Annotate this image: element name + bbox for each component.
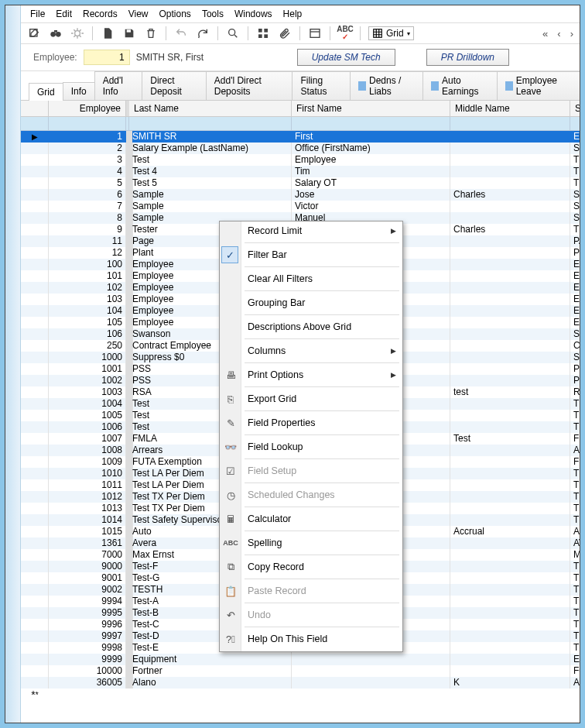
print-icon: 🖶 <box>224 368 238 382</box>
table-row[interactable]: 7SampleVictorSA <box>21 201 580 212</box>
ctx-record-limit[interactable]: Record Limit <box>220 221 402 240</box>
copy-icon: ⧉ <box>224 560 238 574</box>
svg-rect-11 <box>310 29 320 38</box>
app-window: File Edit Records View Options Tools Win… <box>5 5 580 723</box>
filter-row[interactable] <box>21 117 580 131</box>
tab-direct-deposit[interactable]: Direct Deposit <box>142 71 207 100</box>
nav-prev-icon[interactable]: ‹ <box>557 28 560 39</box>
menu-records[interactable]: Records <box>83 9 118 19</box>
undo-icon: ↶ <box>224 608 238 622</box>
update-sm-tech-button[interactable]: Update SM Tech <box>297 49 395 66</box>
ctx-field-lookup[interactable]: 👓Field Lookup <box>220 438 402 456</box>
trash-icon[interactable] <box>144 26 158 40</box>
col-employee[interactable]: Employee <box>49 101 126 116</box>
nav-first-icon[interactable]: « <box>542 28 548 39</box>
attach-icon[interactable] <box>278 26 292 40</box>
help-icon: ?⃝ <box>224 632 238 646</box>
table-row[interactable]: 10000FortnerFO <box>21 665 580 677</box>
tab-dedns-liabs[interactable]: Dedns / Liabs <box>350 71 423 100</box>
menu-view[interactable]: View <box>128 9 149 19</box>
properties-icon: ✎ <box>224 416 238 430</box>
table-row[interactable]: 6SampleJoseCharlesSA <box>21 189 580 201</box>
menu-options[interactable]: Options <box>159 9 191 19</box>
spellcheck-icon[interactable]: ABC✓ <box>338 26 352 40</box>
ctx-filter-bar[interactable]: ✓Filter Bar <box>220 246 402 264</box>
bug-icon[interactable] <box>70 26 84 40</box>
tab-addl-direct-deposits[interactable]: Add'l Direct Deposits <box>206 71 293 100</box>
edit-icon[interactable] <box>27 26 41 40</box>
clock-icon: ◷ <box>224 488 238 502</box>
ctx-clear-filters[interactable]: Clear All Filters <box>220 270 402 288</box>
ctx-copy-record[interactable]: ⧉Copy Record <box>220 558 402 576</box>
undo-icon[interactable] <box>174 26 188 40</box>
menu-edit[interactable]: Edit <box>56 9 72 19</box>
tab-employee-leave[interactable]: Employee Leave <box>497 71 580 100</box>
ctx-field-setup: ☑Field Setup <box>220 462 402 480</box>
table-row[interactable]: 36005AlanoKAL <box>21 677 580 689</box>
nav-next-icon[interactable]: › <box>570 28 573 39</box>
svg-rect-5 <box>127 29 131 32</box>
grid-mode-dropdown[interactable]: Grid ▾ <box>368 26 414 40</box>
table-row[interactable]: ▶1SMITH SRFirstEN <box>21 131 580 143</box>
col-suffix[interactable]: Suffix <box>570 101 580 116</box>
ctx-paste-record: 📋Paste Record <box>220 582 402 600</box>
ctx-print-options[interactable]: 🖶Print Options <box>220 366 402 384</box>
ctx-help[interactable]: ?⃝Help On This Field <box>220 630 402 648</box>
calculator-icon: 🖩 <box>224 512 238 526</box>
new-file-icon[interactable] <box>101 26 115 40</box>
sheet-icon <box>505 81 513 91</box>
tab-auto-earnings[interactable]: Auto Earnings <box>422 71 498 100</box>
col-middle-name[interactable]: Middle Name <box>450 101 570 116</box>
toolbar: ABC✓ Grid ▾ « ‹ › <box>21 23 580 44</box>
employee-id-field[interactable]: 1 <box>84 50 130 65</box>
menu-file[interactable]: File <box>30 9 45 19</box>
ctx-field-props[interactable]: ✎Field Properties <box>220 414 402 432</box>
col-last-name[interactable]: Last Name <box>129 101 292 116</box>
col-first-name[interactable]: First Name <box>292 101 450 116</box>
ctx-spelling[interactable]: ABCSpelling <box>220 534 402 552</box>
grid-header: Employee Last Name First Name Middle Nam… <box>21 101 580 117</box>
menu-windows[interactable]: Windows <box>234 9 272 19</box>
table-row[interactable]: 5Test 5Salary OTTE <box>21 177 580 189</box>
paste-icon: 📋 <box>224 584 238 598</box>
svg-rect-9 <box>258 34 262 38</box>
table-row[interactable]: 2Salary Example (LastName)Office (FirstN… <box>21 143 580 154</box>
ctx-scheduled: ◷Scheduled Changes <box>220 486 402 504</box>
pr-drilldown-button[interactable]: PR Drilldown <box>426 49 509 66</box>
binoculars-icon: 👓 <box>224 440 238 454</box>
tab-strip: Grid Info Add'l Info Direct Deposit Add'… <box>21 71 580 101</box>
layout-icon[interactable] <box>308 26 322 40</box>
binoculars-icon[interactable] <box>49 26 63 40</box>
svg-point-4 <box>75 31 80 36</box>
refresh-icon[interactable] <box>196 26 210 40</box>
ctx-calculator[interactable]: 🖩Calculator <box>220 510 402 528</box>
save-icon[interactable] <box>122 26 136 40</box>
ctx-columns[interactable]: Columns <box>220 342 402 360</box>
table-row[interactable]: 9999EquipmentEQ <box>21 654 580 665</box>
svg-rect-7 <box>258 29 262 33</box>
export-icon: ⎘ <box>224 392 238 406</box>
tab-filing-status[interactable]: Filing Status <box>292 71 351 100</box>
spellcheck-icon: ABC <box>224 536 238 550</box>
svg-rect-8 <box>264 29 268 33</box>
ctx-undo: ↶Undo <box>220 606 402 624</box>
sheet-icon <box>431 81 439 91</box>
grid-mode-label: Grid <box>386 28 404 39</box>
tab-grid[interactable]: Grid <box>29 83 63 101</box>
ctx-grouping-bar[interactable]: Grouping Bar <box>220 294 402 312</box>
search-icon[interactable] <box>226 26 240 40</box>
employee-name: SMITH SR, First <box>136 52 291 63</box>
ctx-export-grid[interactable]: ⎘Export Grid <box>220 390 402 408</box>
table-row[interactable]: 3TestEmployeeTE <box>21 154 580 166</box>
menu-help[interactable]: Help <box>283 9 303 19</box>
employee-bar: Employee: 1 SMITH SR, First Update SM Te… <box>21 44 580 71</box>
svg-rect-12 <box>374 29 382 38</box>
menu-tools[interactable]: Tools <box>202 9 224 19</box>
table-row[interactable]: 4Test 4TimTE <box>21 166 580 177</box>
tab-addl-info[interactable]: Add'l Info <box>94 71 143 100</box>
svg-rect-10 <box>264 34 268 38</box>
apps-icon[interactable] <box>256 26 270 40</box>
tab-info[interactable]: Info <box>63 82 95 100</box>
context-menu: Record Limit ✓Filter Bar Clear All Filte… <box>219 221 403 652</box>
ctx-desc-above[interactable]: Descriptions Above Grid <box>220 318 402 336</box>
